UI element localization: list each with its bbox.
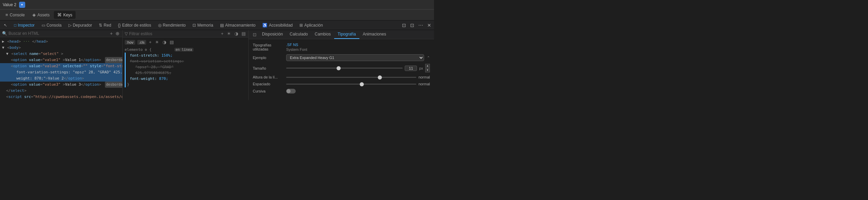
inspector-navbar: ↖ □ Inspector ▭ Consola ▷ Depurador ⇅ Re…: [0, 20, 434, 30]
typo-cursiva-label: Cursiva: [253, 89, 283, 93]
nav-almacenamiento[interactable]: ▤ Almacenamiento: [218, 22, 258, 29]
tree-option2-cont2[interactable]: weight: 870;">Value 2</option>: [0, 75, 122, 82]
tab-calculado[interactable]: Calculado: [286, 30, 311, 39]
tree-body[interactable]: ▼ <body>: [0, 45, 122, 51]
editor-icon: {}: [118, 23, 121, 28]
nav-consola-label: Consola: [47, 23, 62, 28]
typo-fonts-label: Tipografías utilizadas: [253, 43, 283, 51]
computed-btn[interactable]: ▤: [169, 40, 174, 45]
typo-ejemplo-row: Ejemplo Extra Expanded Heavy G1 ⌃: [253, 54, 430, 61]
add-node-btn[interactable]: +: [109, 31, 113, 36]
right-panel-icon[interactable]: ⊡: [251, 30, 259, 39]
altura-slider[interactable]: [286, 77, 416, 78]
html-search-input[interactable]: [9, 31, 108, 36]
tab-assets[interactable]: ◈ Assets: [29, 11, 53, 19]
espaciado-thumb[interactable]: [360, 82, 364, 86]
typo-ejemplo-select[interactable]: Extra Expanded Heavy G1: [286, 54, 424, 61]
nav-rendimiento[interactable]: ◎ Rendimiento: [156, 22, 188, 29]
search-actions: + ⊕: [109, 31, 120, 36]
tab-disposicion[interactable]: Disposición: [259, 30, 286, 39]
right-tabs: ⊡ Disposición Calculado Cambios Tipograf…: [249, 30, 434, 39]
add-rule-btn[interactable]: +: [148, 40, 152, 45]
tab-keys[interactable]: ⌘ Keys: [54, 11, 76, 19]
responsive-design-btn[interactable]: ⊡: [401, 22, 407, 29]
prop-font-stretch: font-stretch: 150%;: [127, 53, 246, 58]
prop-font-variation: font-variation-settings:: [127, 58, 246, 64]
nav-pick[interactable]: ↖: [1, 22, 10, 29]
hov-btn[interactable]: :hov: [125, 40, 135, 45]
title-value: Value 2: [3, 2, 16, 7]
nav-accesibilidad[interactable]: ♿ Accesibilidad: [260, 22, 295, 29]
nav-accesibilidad-label: Accesibilidad: [269, 23, 293, 28]
styles-filter-input[interactable]: [129, 31, 218, 36]
screenshot-btn[interactable]: ▤: [241, 31, 246, 36]
console-icon: ≡: [5, 12, 8, 17]
assets-icon: ◈: [32, 12, 36, 17]
aplicacion-icon: ⊞: [299, 23, 303, 28]
pick-element-btn[interactable]: ⊕: [115, 31, 120, 36]
tab-console-label: Console: [10, 13, 25, 17]
styles-filter: ▽: [125, 31, 218, 36]
styles-panel: ▽ + ☀ ◑ ▤ :hov .cls + ☀ ◑ ▤ elemento ⚙ {…: [123, 30, 249, 100]
pick-icon: ↖: [4, 23, 7, 28]
html-tree: ▶ <head> ··· </head> ▼ <body> ▼ <select …: [0, 37, 122, 100]
typography-content: Tipografías utilizadas .SF NS System Fon…: [249, 39, 434, 100]
gear-icon: ⚙: [145, 48, 147, 52]
nav-memoria[interactable]: ⊡ Memoria: [190, 22, 216, 29]
typo-fonts-used-row: Tipografías utilizadas .SF NS System Fon…: [253, 43, 430, 52]
close-devtools-btn[interactable]: ✕: [426, 22, 433, 29]
more-btn[interactable]: ⋯: [417, 22, 424, 29]
inline-badge: en línea: [174, 48, 193, 52]
dark-theme-btn[interactable]: ◑: [234, 31, 239, 36]
title-bar: Value 2 ▾: [0, 0, 434, 10]
three-col-layout: 🔍 + ⊕ ▶ <head> ··· </head> ▼ <body> ▼ <s…: [0, 30, 434, 100]
cls-btn[interactable]: .cls: [137, 40, 146, 45]
cursiva-toggle[interactable]: [286, 89, 296, 94]
tree-option2-cont[interactable]: font-variation-settings: "opsz" 28, "GRA…: [0, 69, 122, 75]
typo-ejemplo-label: Ejemplo: [253, 56, 283, 60]
title-dropdown-btn[interactable]: ▾: [19, 2, 25, 8]
tree-head[interactable]: ▶ <head> ··· </head>: [0, 39, 122, 45]
tree-select[interactable]: ▼ <select name="select" >: [0, 51, 122, 57]
typo-espaciado-label: Espaciado: [253, 82, 283, 86]
tab-cambios[interactable]: Cambios: [311, 30, 334, 39]
tree-option3[interactable]: <option value="value3" >Value 3</option>…: [0, 82, 122, 88]
altura-thumb[interactable]: [378, 75, 382, 80]
light-mode-btn[interactable]: ☀: [154, 40, 160, 45]
tab-tipografia[interactable]: Tipografía: [334, 30, 359, 39]
prop-opsz: "opsz" 28, "GRAD": [127, 64, 246, 70]
nav-inspector[interactable]: □ Inspector: [12, 22, 37, 29]
html-search-bar: 🔍 + ⊕: [0, 30, 122, 37]
tamano-up-btn[interactable]: ▲: [425, 64, 430, 68]
dark-mode-btn[interactable]: ◑: [162, 40, 167, 45]
tree-option1[interactable]: <option value="value1" >Value 1</option>…: [0, 57, 122, 63]
tab-console[interactable]: ≡ Console: [2, 11, 28, 19]
tree-option2-selected[interactable]: <option value="value2" selected="" style…: [0, 63, 122, 69]
split-view-btn[interactable]: ⊡: [409, 22, 416, 29]
tamano-thumb[interactable]: [337, 66, 341, 70]
tree-script[interactable]: <script src="https://cpwebassets.codepen…: [0, 94, 122, 100]
nav-editor-label: Editor de estilos: [122, 23, 151, 28]
tamano-slider-container: px ▲ ▼: [286, 64, 430, 72]
nav-red[interactable]: ⇅ Red: [96, 22, 113, 29]
tamano-down-btn[interactable]: ▼: [425, 68, 430, 72]
espaciado-slider[interactable]: [286, 84, 416, 85]
tamano-input[interactable]: [405, 66, 417, 71]
nav-consola[interactable]: ▭ Consola: [39, 22, 64, 29]
add-style-btn[interactable]: +: [220, 31, 224, 36]
rendimiento-icon: ◎: [158, 23, 161, 28]
search-icon: 🔍: [2, 31, 7, 36]
light-theme-btn[interactable]: ☀: [226, 31, 232, 36]
inspector-icon: □: [14, 23, 16, 28]
tamano-slider[interactable]: [286, 68, 403, 69]
nav-editor[interactable]: {} Editor de estilos: [115, 22, 153, 29]
overflow-badge-1: desbordamiento: [105, 57, 122, 63]
expand-head-icon: ▶: [2, 39, 4, 44]
tree-select-close[interactable]: </select>: [0, 88, 122, 94]
font-name-sf[interactable]: .SF NS: [286, 43, 307, 47]
nav-aplicacion[interactable]: ⊞ Aplicación: [297, 22, 325, 29]
typography-panel: ⊡ Disposición Calculado Cambios Tipograf…: [249, 30, 434, 100]
nav-depurador[interactable]: ▷ Depurador: [66, 22, 95, 29]
tab-animaciones[interactable]: Animaciones: [359, 30, 390, 39]
almacenamiento-icon: ▤: [220, 23, 224, 28]
